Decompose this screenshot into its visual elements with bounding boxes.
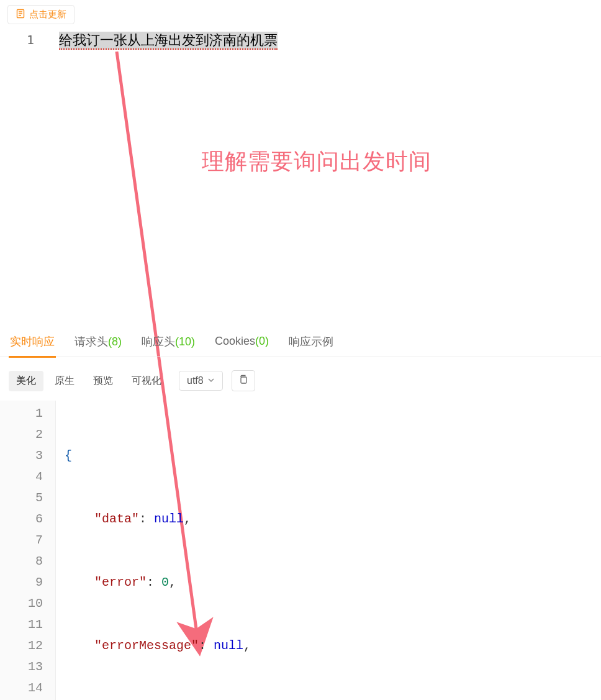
update-button-label: 点击更新 bbox=[29, 9, 66, 20]
update-button[interactable]: 点击更新 bbox=[7, 5, 75, 24]
chevron-down-icon bbox=[207, 375, 215, 386]
line-number: 2 bbox=[0, 424, 43, 445]
line-number: 5 bbox=[0, 488, 43, 509]
tab-cookies[interactable]: Cookies(0) bbox=[214, 329, 270, 354]
tab-realtime-response[interactable]: 实时响应 bbox=[9, 328, 56, 355]
response-code-viewer[interactable]: 1 2 3 4 5 6 7 8 9 10 11 12 13 14 { "data… bbox=[0, 401, 601, 700]
line-number: 6 bbox=[0, 509, 43, 530]
encoding-label: utf8 bbox=[187, 375, 204, 386]
line-number: 1 bbox=[0, 32, 34, 47]
line-number: 8 bbox=[0, 551, 43, 572]
code-gutter: 1 2 3 4 5 6 7 8 9 10 11 12 13 14 bbox=[0, 401, 56, 700]
line-number: 12 bbox=[0, 635, 43, 657]
tab-response-header[interactable]: 响应头(10) bbox=[140, 328, 196, 355]
tab-response-example[interactable]: 响应示例 bbox=[287, 328, 335, 355]
response-tabs: 实时响应 请求头(8) 响应头(10) Cookies(0) 响应示例 bbox=[0, 326, 601, 357]
line-number: 11 bbox=[0, 614, 43, 635]
response-toolbar: 美化 原生 预览 可视化 utf8 bbox=[0, 363, 601, 398]
line-number: 1 bbox=[0, 403, 43, 424]
line-number: 7 bbox=[0, 530, 43, 551]
beautify-button[interactable]: 美化 bbox=[9, 371, 43, 391]
preview-button[interactable]: 预览 bbox=[86, 371, 120, 391]
line-number: 14 bbox=[0, 678, 43, 699]
line-gutter: 1 bbox=[0, 27, 59, 307]
line-number: 9 bbox=[0, 572, 43, 593]
raw-button[interactable]: 原生 bbox=[47, 371, 82, 391]
document-icon bbox=[16, 9, 25, 20]
line-number: 10 bbox=[0, 593, 43, 614]
code-content[interactable]: { "data": null, "error": 0, "errorMessag… bbox=[56, 401, 601, 700]
line-number: 3 bbox=[0, 445, 43, 466]
copy-icon bbox=[238, 375, 248, 387]
encoding-select[interactable]: utf8 bbox=[179, 371, 223, 391]
svg-rect-2 bbox=[241, 377, 246, 383]
line-number: 4 bbox=[0, 466, 43, 488]
visualize-button[interactable]: 可视化 bbox=[124, 371, 169, 391]
tab-request-header[interactable]: 请求头(8) bbox=[73, 328, 123, 355]
copy-button[interactable] bbox=[232, 370, 255, 391]
annotation-label: 理解需要询问出发时间 bbox=[202, 147, 432, 177]
line-number: 13 bbox=[0, 657, 43, 678]
selected-request-text[interactable]: 给我订一张从上海出发到济南的机票 bbox=[59, 32, 278, 50]
